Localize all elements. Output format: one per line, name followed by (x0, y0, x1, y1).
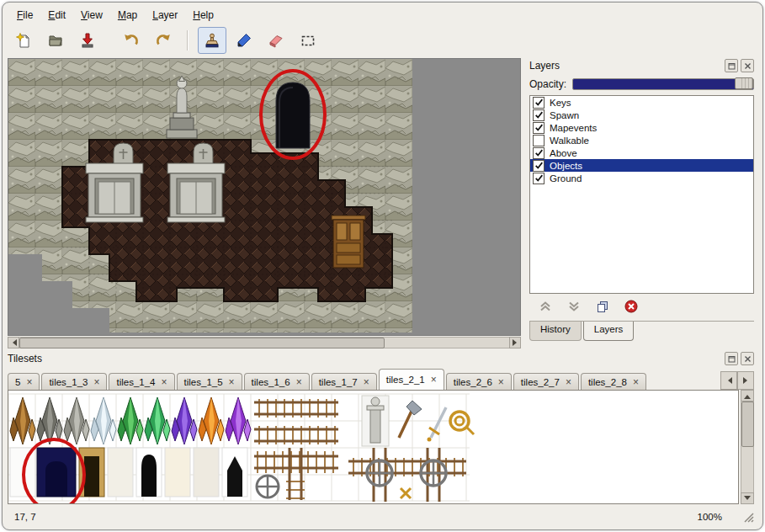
map-horizontal-scrollbar[interactable] (8, 337, 521, 348)
layer-list: KeysSpawnMapeventsWalkableAboveObjectsGr… (529, 95, 754, 294)
menu-map[interactable]: Map (110, 7, 145, 24)
cabinet-sprite (332, 215, 365, 268)
layer-move-down-button[interactable] (565, 297, 583, 316)
tab-close-icon[interactable]: × (93, 377, 99, 387)
stamp-tool-button[interactable] (198, 27, 226, 54)
tab-close-icon[interactable]: × (431, 375, 437, 385)
brush-tool-button[interactable] (230, 27, 258, 54)
layer-visibility-checkbox[interactable] (533, 109, 545, 121)
tileset-tab-bar: 5×tiles_1_3×tiles_1_4×tiles_1_5×tiles_1_… (8, 368, 719, 390)
tab-close-icon[interactable]: × (229, 377, 235, 387)
tileset-tab-tiles_2_8[interactable]: tiles_2_8× (581, 373, 646, 390)
menu-edit[interactable]: Edit (40, 7, 73, 24)
tab-scroll-left-button[interactable] (720, 371, 737, 390)
menu-view[interactable]: View (73, 7, 110, 24)
open-button[interactable] (41, 27, 70, 54)
tileset-vertical-scrollbar[interactable] (741, 390, 754, 504)
layer-visibility-checkbox[interactable] (533, 160, 545, 172)
tileset-tab-tiles_1_4[interactable]: tiles_1_4× (109, 373, 174, 390)
layers-panel-title: Layers (529, 60, 722, 72)
new-file-icon (15, 32, 32, 49)
layer-visibility-checkbox[interactable] (533, 147, 545, 159)
tileset-tab-tiles_2_1[interactable]: tiles_2_1× (379, 369, 444, 390)
tileset-tab-tiles_1_3[interactable]: tiles_1_3× (41, 373, 107, 390)
select-tool-button[interactable] (294, 27, 322, 54)
tab-close-icon[interactable]: × (566, 377, 571, 387)
layer-row-above[interactable]: Above (530, 146, 753, 159)
layer-duplicate-button[interactable] (593, 297, 612, 316)
float-panel-button[interactable] (725, 352, 738, 365)
opacity-slider[interactable] (572, 78, 754, 90)
layer-row-ground[interactable]: Ground (530, 172, 753, 184)
open-folder-icon (47, 32, 64, 49)
close-panel-button[interactable] (741, 59, 754, 72)
tab-history[interactable]: History (529, 322, 582, 341)
menu-file[interactable]: File (9, 7, 40, 24)
tileset-tab-tiles_1_6[interactable]: tiles_1_6× (244, 373, 310, 390)
pale-tile (108, 448, 133, 497)
tileset-tab-tiles_2_6[interactable]: tiles_2_6× (446, 373, 512, 390)
undo-button[interactable] (117, 27, 146, 54)
layer-visibility-checkbox[interactable] (533, 122, 545, 134)
tileset-tab-scroll (720, 371, 754, 390)
opacity-slider-handle[interactable] (735, 77, 753, 89)
close-panel-button[interactable] (741, 352, 754, 365)
status-bar: 17, 7 100% (8, 508, 757, 528)
layer-row-keys[interactable]: Keys (530, 96, 753, 109)
tab-close-icon[interactable]: × (26, 377, 32, 387)
layer-visibility-checkbox[interactable] (533, 97, 545, 109)
eraser-tool-button[interactable] (262, 27, 290, 54)
tab-close-icon[interactable]: × (364, 377, 369, 387)
layer-name: Ground (550, 173, 582, 184)
menu-layer[interactable]: Layer (145, 7, 185, 24)
tab-close-icon[interactable]: × (633, 377, 639, 387)
opacity-label: Opacity: (529, 78, 566, 90)
tileset-tab-tiles_1_5[interactable]: tiles_1_5× (177, 373, 242, 390)
resize-grip-icon[interactable] (742, 511, 756, 524)
layer-move-up-button[interactable] (536, 297, 555, 316)
check-icon (534, 148, 544, 157)
layer-name: Objects (550, 161, 582, 171)
dark-doorway-sprite (276, 82, 310, 148)
tab-close-icon[interactable]: × (498, 377, 504, 387)
layer-row-spawn[interactable]: Spawn (530, 109, 753, 121)
tileset-tab-5[interactable]: 5× (8, 373, 40, 390)
layers-panel-titlebar: Layers (529, 58, 754, 73)
vertical-splitter[interactable] (521, 58, 529, 348)
tileset-tab-label: tiles_1_4 (116, 377, 155, 387)
layer-delete-button[interactable] (622, 297, 640, 316)
tileset-tab-label: tiles_2_1 (386, 375, 425, 385)
check-icon (534, 161, 544, 170)
tileset-tab-tiles_1_7[interactable]: tiles_1_7× (311, 373, 377, 390)
scroll-thumb[interactable] (19, 338, 385, 348)
map-image (8, 59, 520, 335)
redo-button[interactable] (149, 27, 178, 54)
scroll-right-button[interactable] (509, 337, 521, 348)
tileset-tab-tiles_2_7[interactable]: tiles_2_7× (513, 373, 579, 390)
float-panel-button[interactable] (725, 59, 738, 72)
save-button[interactable] (73, 27, 102, 54)
new-map-button[interactable] (9, 27, 38, 54)
scroll-down-button[interactable] (741, 492, 754, 504)
layer-visibility-checkbox[interactable] (533, 173, 545, 184)
scroll-up-button[interactable] (741, 390, 754, 402)
layer-name: Above (550, 148, 577, 158)
map-view (8, 58, 521, 348)
menu-help[interactable]: Help (185, 7, 221, 24)
tilesets-panel-title: Tilesets (8, 353, 722, 364)
layers-panel-tabs: HistoryLayers (529, 321, 754, 347)
scroll-left-button[interactable] (8, 337, 19, 348)
tab-close-icon[interactable]: × (162, 377, 167, 387)
tab-close-icon[interactable]: × (296, 377, 302, 387)
main-toolbar (9, 25, 322, 56)
layer-row-walkable[interactable]: Walkable (530, 134, 753, 146)
tab-layers[interactable]: Layers (583, 322, 635, 341)
tileset-canvas[interactable] (8, 390, 739, 504)
check-icon (534, 98, 544, 107)
scroll-thumb[interactable] (741, 402, 754, 447)
tab-scroll-right-button[interactable] (737, 371, 754, 390)
layer-row-objects[interactable]: Objects (530, 159, 753, 172)
layer-row-mapevents[interactable]: Mapevents (530, 121, 753, 134)
map-canvas[interactable] (8, 58, 521, 336)
layer-visibility-checkbox[interactable] (533, 135, 545, 146)
